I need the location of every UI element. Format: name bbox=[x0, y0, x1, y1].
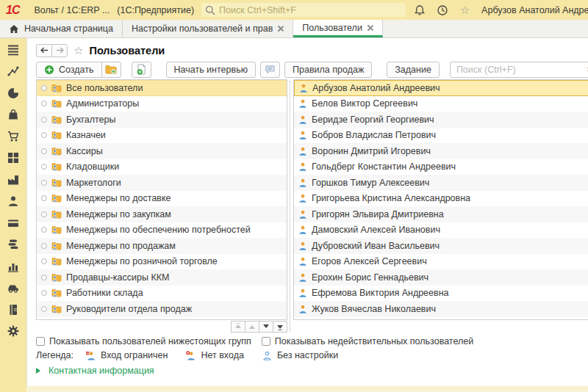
task-button[interactable]: Задание bbox=[387, 62, 440, 78]
expand-toggle[interactable] bbox=[41, 180, 47, 186]
create-group-button[interactable] bbox=[101, 62, 121, 78]
expand-toggle[interactable] bbox=[41, 85, 47, 91]
group-row[interactable]: Менеджеры по доставке bbox=[37, 191, 287, 207]
checkbox-box[interactable] bbox=[262, 337, 270, 346]
user-row[interactable]: Горшков Тимур Алексеевич bbox=[294, 175, 588, 191]
tab-home[interactable]: Начальная страница bbox=[0, 20, 123, 37]
copy-item-button[interactable] bbox=[132, 62, 151, 78]
global-search-input[interactable] bbox=[201, 3, 406, 17]
group-row[interactable]: Маркетологи bbox=[37, 175, 287, 191]
warehouse-icon[interactable] bbox=[7, 152, 20, 164]
expand-toggle[interactable] bbox=[41, 290, 47, 296]
group-row[interactable]: Кассиры bbox=[37, 143, 287, 159]
user-row[interactable]: Беридзе Георгий Георгиевич bbox=[294, 112, 588, 128]
tab-close-icon[interactable] bbox=[368, 25, 373, 31]
clear-search-icon[interactable]: × bbox=[581, 62, 588, 77]
panel-splitter[interactable] bbox=[287, 79, 293, 333]
user-row[interactable]: Егоров Алексей Сергеевич bbox=[294, 254, 588, 270]
move-bottom-button[interactable] bbox=[273, 321, 287, 333]
move-top-button[interactable] bbox=[231, 321, 245, 333]
group-row[interactable]: Менеджеры по продажам bbox=[37, 238, 287, 254]
group-row[interactable]: Руководители отдела продаж bbox=[37, 301, 287, 317]
sections-menu-icon[interactable] bbox=[7, 43, 20, 56]
expand-toggle[interactable] bbox=[41, 195, 47, 201]
tab-close-icon[interactable] bbox=[278, 26, 284, 32]
current-user-name[interactable]: Арбузов Анатолий Андреевич bbox=[481, 5, 588, 15]
user-row[interactable]: Дубровский Иван Васильевич bbox=[294, 238, 588, 254]
show-invalid-users-checkbox[interactable]: Показывать недействительных пользователе… bbox=[262, 336, 473, 346]
expand-toggle[interactable] bbox=[41, 243, 47, 249]
expand-toggle[interactable] bbox=[41, 132, 47, 138]
user-row[interactable]: Бобров Владислав Петрович bbox=[294, 128, 588, 144]
expand-toggle[interactable] bbox=[41, 211, 47, 217]
sales-icon[interactable] bbox=[7, 109, 20, 121]
group-row[interactable]: Бухгалтеры bbox=[37, 112, 287, 128]
payment-card-icon[interactable] bbox=[7, 217, 20, 229]
group-row[interactable]: Финансовые аналитики bbox=[37, 317, 287, 321]
user-row[interactable]: Дамовский Алексей Иванович bbox=[294, 222, 588, 239]
sales-rules-button[interactable]: Правила продаж bbox=[284, 62, 372, 78]
tab-users[interactable]: Пользователи bbox=[293, 20, 383, 37]
notifications-bell-icon[interactable] bbox=[413, 4, 426, 16]
crm-marketing-icon[interactable] bbox=[7, 87, 20, 99]
start-interview-button[interactable]: Начать интервью bbox=[166, 62, 257, 78]
reports-chart-icon[interactable] bbox=[7, 260, 20, 272]
expand-toggle[interactable] bbox=[41, 258, 47, 264]
purchases-icon[interactable] bbox=[7, 130, 20, 142]
move-up-button[interactable] bbox=[245, 321, 259, 333]
expand-toggle[interactable] bbox=[41, 101, 47, 106]
user-row[interactable]: Арбузов Анатолий Андреевич bbox=[294, 80, 588, 96]
contact-info-link[interactable]: Контактная информация bbox=[36, 364, 588, 377]
favorite-star-icon[interactable]: ☆ bbox=[74, 45, 83, 56]
group-row[interactable]: Продавцы-кассиры ККМ bbox=[37, 269, 287, 286]
treasury-coins-icon[interactable] bbox=[7, 239, 20, 251]
checkbox-box[interactable] bbox=[36, 337, 45, 346]
group-row[interactable]: Все пользователи bbox=[37, 80, 287, 96]
tab-user-settings[interactable]: Настройки пользователей и прав bbox=[123, 20, 293, 37]
group-row[interactable]: Администраторы bbox=[37, 96, 287, 112]
group-row[interactable]: Менеджеры по розничной торговле bbox=[37, 254, 287, 270]
create-button[interactable]: Создать bbox=[36, 62, 102, 78]
user-name-label: Дубровский Иван Васильевич bbox=[312, 241, 440, 251]
back-button[interactable] bbox=[36, 44, 52, 57]
favorites-star-icon[interactable]: ☆ bbox=[459, 4, 471, 16]
task-label: Задание bbox=[395, 65, 431, 75]
user-row[interactable]: Журавлев Игорь Алексеевич bbox=[294, 317, 588, 321]
expand-toggle[interactable] bbox=[41, 306, 47, 312]
history-icon[interactable] bbox=[436, 4, 448, 16]
user-row[interactable]: Ефремова Виктория Андреевна bbox=[294, 286, 588, 302]
accounting-ledger-icon[interactable] bbox=[7, 303, 20, 316]
production-icon[interactable] bbox=[7, 173, 20, 186]
group-row[interactable]: Менеджеры по закупкам bbox=[37, 206, 287, 222]
hr-icon[interactable] bbox=[7, 195, 20, 208]
user-row[interactable]: Григорьева Кристина Александровна bbox=[294, 191, 588, 207]
group-row[interactable]: Работники склада bbox=[37, 286, 287, 302]
user-row[interactable]: Белов Виктор Сергеевич bbox=[294, 96, 588, 112]
group-row[interactable]: Кладовщики bbox=[37, 159, 287, 175]
group-row[interactable]: Казначеи bbox=[37, 128, 287, 144]
user-row[interactable]: Гольдберг Константин Андреевич bbox=[294, 159, 588, 175]
settings-gear-icon[interactable] bbox=[7, 325, 20, 338]
expand-toggle[interactable] bbox=[41, 227, 47, 233]
move-down-button[interactable] bbox=[259, 321, 273, 333]
expand-toggle[interactable] bbox=[41, 275, 47, 280]
global-search[interactable] bbox=[201, 3, 406, 17]
expand-toggle[interactable] bbox=[41, 148, 47, 154]
discussion-button[interactable] bbox=[260, 62, 280, 78]
logistics-car-icon[interactable] bbox=[7, 282, 20, 294]
user-row[interactable]: Григорян Эльвира Дмитриевна bbox=[294, 206, 588, 222]
list-search-field[interactable]: × bbox=[450, 62, 588, 78]
user-group-icon bbox=[51, 147, 62, 156]
show-subgroup-users-checkbox[interactable]: Показывать пользователей нижестоящих гру… bbox=[36, 336, 251, 346]
user-icon bbox=[298, 147, 307, 156]
user-row[interactable]: Воронин Дмитрий Игоревич bbox=[294, 143, 588, 159]
business-process-icon[interactable] bbox=[7, 65, 20, 78]
expand-toggle[interactable] bbox=[41, 117, 47, 123]
group-row[interactable]: Менеджеры по обеспечению потребностей bbox=[37, 222, 287, 239]
legend-title: Легенда: bbox=[36, 350, 74, 360]
user-row[interactable]: Жуков Вячеслав Николаевич bbox=[294, 301, 588, 317]
list-search-input[interactable] bbox=[451, 65, 581, 75]
user-row[interactable]: Ерохин Борис Геннадьевич bbox=[294, 269, 588, 286]
forward-button[interactable] bbox=[51, 44, 68, 57]
expand-toggle[interactable] bbox=[41, 164, 47, 170]
